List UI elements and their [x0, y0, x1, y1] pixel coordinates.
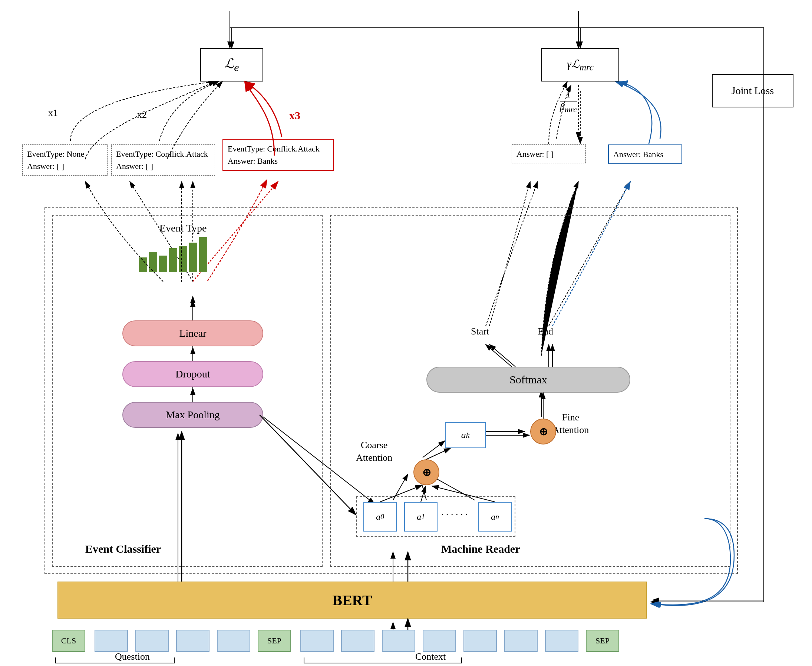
ak-box: ak — [445, 422, 486, 448]
answer-box-1-text: Answer: [ ] — [516, 148, 581, 160]
machine-reader-label: Machine Reader — [441, 542, 520, 555]
c-token-6 — [504, 630, 537, 652]
event-box-2: EventType: Conflick.Attack Answer: [ ] — [111, 145, 215, 176]
event-box-1: EventType: None Answer: [ ] — [22, 145, 107, 176]
maxpool-layer: Max Pooling — [122, 402, 263, 428]
a0-box: a0 — [363, 502, 397, 532]
context-brace — [300, 656, 623, 666]
c-token-3 — [382, 630, 415, 652]
c-token-7 — [545, 630, 579, 652]
coarse-attention-label: CoarseAttention — [356, 439, 392, 464]
c-token-2 — [341, 630, 374, 652]
diagram-container: ℒe γℒmrc 1 βmrc x1 x2 x3 EventType: None… — [0, 0, 812, 666]
an-box: an — [478, 502, 512, 532]
linear-layer: Linear — [122, 320, 263, 346]
dropout-layer: Dropout — [122, 361, 263, 387]
q-token-3 — [176, 630, 210, 652]
loss-mrc-label: γℒmrc — [567, 58, 594, 73]
answer-box-2: Answer: Banks — [608, 145, 682, 164]
event-box-1-line2: Answer: [ ] — [27, 160, 103, 172]
cls-token: CLS — [52, 630, 85, 652]
joint-loss-box: Joint Loss — [712, 74, 794, 107]
c-token-4 — [423, 630, 456, 652]
bar-4 — [169, 248, 177, 272]
event-box-2-line2: Answer: [ ] — [116, 160, 210, 172]
x2-label: x2 — [137, 109, 147, 120]
bar-7 — [199, 237, 207, 272]
bar-chart — [139, 237, 207, 272]
loss-e-box: ℒe — [200, 48, 263, 81]
beta-fraction: 1 βmrc — [560, 89, 577, 114]
event-type-label: Event Type — [159, 222, 207, 234]
sep-token-1: SEP — [258, 630, 291, 652]
fine-plus-circle: ⊕ — [530, 419, 556, 445]
q-token-1 — [94, 630, 128, 652]
event-box-2-line1: EventType: Conflick.Attack — [116, 148, 210, 160]
event-box-1-line1: EventType: None — [27, 148, 103, 160]
bar-2 — [149, 252, 157, 272]
x3-label: x3 — [289, 109, 300, 122]
loss-e-label: ℒe — [224, 56, 239, 74]
bar-6 — [189, 242, 197, 272]
bar-3 — [159, 256, 167, 272]
event-box-3-line2: Answer: Banks — [228, 155, 329, 167]
bar-5 — [179, 246, 187, 272]
start-label: Start — [471, 326, 489, 337]
answer-box-2-text: Answer: Banks — [613, 148, 677, 160]
answer-box-1: Answer: [ ] — [512, 145, 586, 163]
fine-attention-label: FineAttention — [552, 411, 589, 436]
question-brace — [52, 656, 297, 666]
coarse-plus-circle: ⊕ — [413, 459, 439, 485]
context-label: Context — [415, 651, 446, 662]
softmax-layer: Softmax — [427, 367, 630, 392]
event-box-3-line1: EventType: Conflick.Attack — [228, 143, 329, 155]
dots-label: · · · · · · — [441, 509, 468, 521]
event-box-3: EventType: Conflick.Attack Answer: Banks — [222, 139, 334, 171]
bert-bar: BERT — [58, 582, 647, 618]
q-token-2 — [135, 630, 169, 652]
a1-box: a1 — [404, 502, 438, 532]
c-token-1 — [300, 630, 334, 652]
q-token-4 — [217, 630, 250, 652]
loss-mrc-box: γℒmrc — [541, 48, 619, 81]
question-label: Question — [115, 651, 150, 662]
x1-label: x1 — [48, 107, 58, 119]
end-label: End — [537, 326, 553, 337]
sep-token-2: SEP — [586, 630, 619, 652]
bar-1 — [139, 257, 147, 272]
c-token-5 — [463, 630, 497, 652]
event-classifier-label: Event Classifier — [85, 542, 161, 555]
